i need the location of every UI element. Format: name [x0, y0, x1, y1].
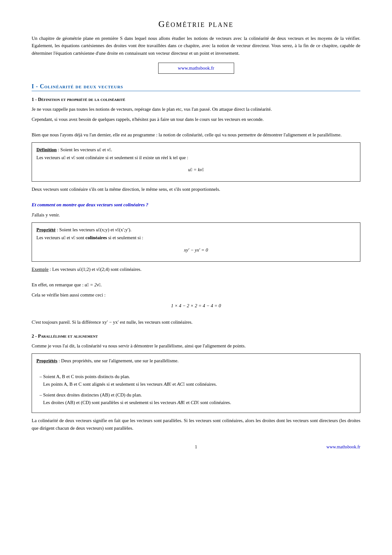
italic-answer: J'allais y venir. [32, 211, 360, 219]
properties-label: Propriétés [36, 358, 57, 363]
sub1-conclusion: C'est toujours pareil. Si la différence … [32, 318, 360, 326]
property-alignment: – Soient A, B et C trois points distinct… [40, 373, 356, 388]
definition-formula: u⃗ = kv⃗ [36, 166, 356, 174]
sub1-para4: Deux vecteurs sont colinéaire s'ils ont … [32, 185, 360, 193]
sub1-para3: Bien que nous l'ayons déjà vu l'an derni… [32, 131, 360, 139]
definition-line2: Les vecteurs u⃗ et v⃗ sont colinéaire si… [36, 154, 356, 162]
property-formula: xy′ − yx′ = 0 [36, 246, 356, 254]
page-number: 1 [141, 445, 251, 450]
example-para1: En effet, on remarque que : u⃗ = 2v⃗. [32, 281, 360, 289]
sub2-final-para: La colinéarité de deux vecteurs signifie… [32, 417, 360, 432]
section1-title: I - Colinéarité de deux vecteurs [32, 83, 360, 91]
properties-box: Propriétés : Deux propriétés, une sur l'… [32, 353, 360, 413]
property-label: Propriété [36, 227, 56, 232]
property-text: Propriété : Soient les vecteurs u⃗(x;y) … [36, 226, 356, 234]
subsection2-title: 2 - Parallélisme et alignement [32, 334, 360, 339]
sub2-para1: Comme je vous l'ai dit, la colinéarité v… [32, 342, 360, 350]
italic-question: Et comment on montre que deux vecteurs s… [32, 201, 360, 209]
sub1-para2: Cependant, si vous avez besoin de quelqu… [32, 115, 360, 123]
property-box: Propriété : Soient les vecteurs u⃗(x;y) … [32, 222, 360, 262]
example-formula: 1 × 4 − 2 × 2 = 4 − 4 = 0 [32, 303, 360, 309]
definition-box: Définition : Soient les vecteurs u⃗ et v… [32, 142, 360, 182]
page-footer: 1 www.mathsbook.fr [32, 445, 360, 450]
website-box: www.mathsbook.fr [158, 63, 234, 74]
footer-website: www.mathsbook.fr [251, 445, 360, 450]
example-para2: Cela se vérifie bien aussi comme ceci : [32, 291, 360, 299]
property-parallel: – Soient deux droites distinctes (AB) et… [40, 391, 356, 406]
subsection1-title: 1 - Définition et propriété de la coliné… [32, 97, 360, 102]
example-line: Exemple : Les vecteurs u⃗(1;2) et v⃗(2;4… [32, 265, 360, 273]
page-title: Géométrie plane [32, 19, 360, 29]
property-line2: Les vecteurs u⃗ et v⃗ sont colinéaires s… [36, 234, 356, 242]
definition-label: Définition [36, 147, 57, 152]
intro-paragraph: Un chapitre de géométrie plane en premiè… [32, 35, 360, 57]
definition-text: Définition : Soient les vecteurs u⃗ et v… [36, 146, 356, 154]
website-label: www.mathsbook.fr [178, 65, 214, 71]
properties-header: Propriétés : Deux propriétés, une sur l'… [36, 357, 356, 365]
sub1-para1: Je ne vous rappelle pas toutes les notio… [32, 105, 360, 113]
